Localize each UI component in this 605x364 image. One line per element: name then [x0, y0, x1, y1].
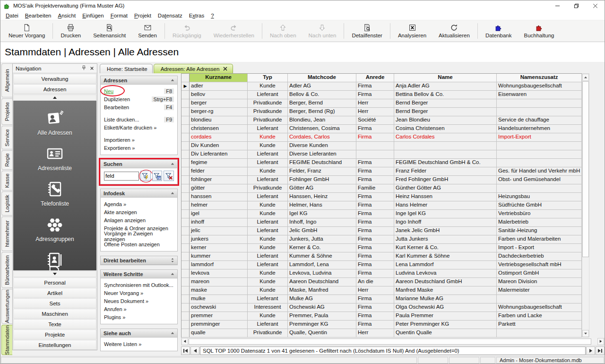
table-row[interactable]: fohlingerLieferantFohlinger GmbHFirmaFre… — [182, 176, 582, 184]
row-selector[interactable]: ▶ — [182, 82, 190, 91]
row-selector[interactable] — [182, 133, 190, 142]
toolbar-buchhaltung[interactable]: Buchhaltung — [518, 21, 561, 41]
group-header-direkt-bearbeiten[interactable]: Direkt bearbeiten — [101, 256, 177, 265]
row-selector[interactable] — [182, 227, 190, 235]
table-row[interactable]: junkersKundeJunkers, JuttaFirmaJutta Jun… — [182, 235, 582, 244]
toolbar-detailfenster[interactable]: Detailfenster — [346, 21, 389, 41]
row-selector[interactable] — [182, 99, 190, 108]
table-row[interactable]: mulkeLieferantMulke AGFirmaMarianne Mulk… — [182, 295, 582, 303]
task-bearbeiten[interactable]: BearbeitenF4 — [104, 103, 174, 111]
table-row[interactable]: premmerKundePremmer, PaulaFirmaPaula Pre… — [182, 312, 582, 321]
table-row[interactable]: maskeKundeMaske, ManfredHerrManfred Mask… — [182, 286, 582, 295]
task-neu[interactable]: NeuF8 — [104, 87, 174, 95]
table-row[interactable]: Div KundenKundeDiverse Kunden — [182, 142, 582, 150]
column-header-name[interactable]: Name — [394, 74, 497, 82]
task-importieren[interactable]: Importieren » — [104, 136, 174, 144]
table-row[interactable]: bellovLieferantBellov & Co.FirmaBettina … — [182, 91, 582, 99]
column-header-namenszusatz[interactable]: Namenszusatz — [497, 74, 582, 82]
nav-scroll-down[interactable] — [13, 271, 96, 277]
row-selector[interactable] — [182, 303, 190, 312]
menu-projekt[interactable]: Projekt — [131, 12, 155, 19]
table-row[interactable]: kummerLieferantKummer & SöhneFirmaKarl K… — [182, 252, 582, 261]
tab-adressen-alle-adressen[interactable]: Adressen: Alle Adressen — [154, 64, 233, 73]
filter-form-button[interactable] — [152, 171, 163, 181]
nav-list-projekte[interactable]: Projekte — [13, 329, 96, 339]
row-selector[interactable] — [182, 108, 190, 116]
row-selector[interactable] — [182, 244, 190, 252]
nav-item-adressenliste[interactable]: Adressenliste — [38, 144, 72, 172]
nav-scroll-up[interactable] — [13, 95, 96, 101]
filter-apply-button[interactable] — [140, 171, 151, 181]
table-row[interactable]: fegimeLieferantFEGIME DeutschlandFirmaFE… — [182, 159, 582, 167]
minimize-button[interactable] — [548, 0, 567, 11]
vertical-scrollbar[interactable] — [582, 73, 589, 338]
column-header-kurzname[interactable]: Kurzname — [190, 74, 248, 82]
close-button[interactable] — [586, 0, 605, 11]
task-agenda[interactable]: Agenda » — [104, 200, 174, 208]
nav-group-verwaltung[interactable]: Verwaltung — [13, 74, 96, 84]
task-exportieren[interactable]: Exportieren » — [104, 144, 174, 152]
scrollbar-left-button[interactable] — [182, 338, 188, 345]
toolbar-neuer-vorgang[interactable]: Neuer Vorgang — [2, 21, 51, 41]
module-tab-service[interactable]: Service — [1, 126, 12, 149]
nav-list-einstellungen[interactable]: Einstellungen — [13, 340, 96, 350]
row-selector[interactable] — [182, 269, 190, 278]
task-synchronisieren-mit-outlook[interactable]: Synchronisieren mit Outlook... — [104, 281, 174, 289]
row-selector[interactable] — [182, 210, 190, 218]
menu-bearbeiten[interactable]: Bearbeiten — [22, 12, 55, 19]
column-header-matchcode[interactable]: Matchcode — [288, 74, 356, 82]
table-row[interactable]: cordalesKundeCordales, CarlosFirmaCarlos… — [182, 133, 582, 142]
table-row[interactable]: christensenLieferantChristensen, CosimaF… — [182, 125, 582, 133]
horizontal-scrollbar[interactable] — [181, 338, 605, 346]
group-header-adressen[interactable]: Adressen — [101, 76, 177, 85]
task-neues-dokument[interactable]: Neues Dokument » — [104, 297, 174, 305]
row-selector[interactable] — [182, 235, 190, 244]
nav-list-personal[interactable]: Personal — [13, 277, 96, 287]
group-header-infodesk[interactable]: Infodesk — [101, 189, 177, 198]
row-selector[interactable] — [182, 116, 190, 125]
module-tab-regie[interactable]: Regie — [1, 150, 12, 170]
task-vorg-nge-in-zweigen-anzeigen[interactable]: Vorgänge in Zweigen anzeigen — [104, 232, 174, 240]
row-selector[interactable] — [182, 91, 190, 99]
module-tab-b-roarbeiten[interactable]: Büroarbeiten — [1, 252, 12, 288]
row-selector[interactable] — [182, 176, 190, 184]
table-row[interactable]: premmingerLieferantPremminger KGFirmaPet… — [182, 321, 582, 329]
search-input[interactable] — [104, 172, 139, 181]
row-selector-header[interactable] — [182, 74, 190, 82]
table-row[interactable]: helmerKundeHelmer, HansFirmaHans HelmerS… — [182, 201, 582, 210]
table-row[interactable]: lammdorfLieferantLammdorf, LenaFirmaLena… — [182, 261, 582, 269]
nav-item-telefonliste[interactable]: Telefonliste — [41, 180, 69, 207]
row-selector[interactable] — [182, 261, 190, 269]
row-selector[interactable] — [182, 278, 190, 286]
module-tab-logistik[interactable]: Logistik — [1, 191, 12, 216]
task-liste-drucken[interactable]: Liste drucken...F9 — [104, 115, 174, 123]
toolbar-senden[interactable]: Senden — [132, 21, 163, 41]
row-selector[interactable] — [182, 295, 190, 303]
group-header-suchen[interactable]: Suchen — [101, 160, 177, 168]
scrollbar-thumb[interactable] — [582, 81, 589, 257]
table-row[interactable]: kernerKundeKerner & Co.FirmaKurt Kerner … — [182, 244, 582, 252]
table-row[interactable]: mareonKundeAareon DeutschlandAn dieAareo… — [182, 278, 582, 286]
row-selector[interactable] — [182, 167, 190, 176]
menu-datei[interactable]: Datei — [2, 12, 22, 19]
scrollbar-thumb[interactable] — [189, 338, 591, 345]
filter-clear-button[interactable] — [164, 171, 174, 181]
scrollbar-right-button[interactable] — [597, 338, 604, 345]
task-offene-posten-anzeigen[interactable]: Offene Posten anzeigen — [104, 240, 174, 248]
nav-group-adressen[interactable]: Adressen — [13, 84, 96, 94]
tab-close-icon[interactable] — [223, 66, 228, 71]
module-tab-stammdaten[interactable]: Stammdaten — [1, 325, 12, 355]
task-neuer-vorgang[interactable]: Neuer Vorgang » — [104, 289, 174, 297]
module-tab-allgemein[interactable]: Allgemein — [1, 63, 12, 97]
table-row[interactable]: götterPrivatkundeGötter AGFamilieGünther… — [182, 184, 582, 193]
last-record-button[interactable] — [596, 347, 605, 355]
nav-item-adressgruppen[interactable]: Adressgruppen — [35, 215, 74, 243]
table-row[interactable]: blondieuPrivatkundeBlondieu, JeanSociété… — [182, 116, 582, 125]
task-duplizieren[interactable]: DuplizierenStrg+F8 — [104, 95, 174, 103]
row-selector[interactable] — [182, 286, 190, 295]
next-record-button[interactable] — [586, 347, 595, 355]
nav-list-artikel[interactable]: Artikel — [13, 288, 96, 298]
nav-list-maschinen[interactable]: Maschinen — [13, 309, 96, 319]
table-row[interactable]: levkovaKundeLevkova, LudvinaFirmaLudvina… — [182, 269, 582, 278]
table-row[interactable]: ▶adlerKundeAdler AGFirmaAnja Adler AGWoh… — [182, 82, 582, 91]
